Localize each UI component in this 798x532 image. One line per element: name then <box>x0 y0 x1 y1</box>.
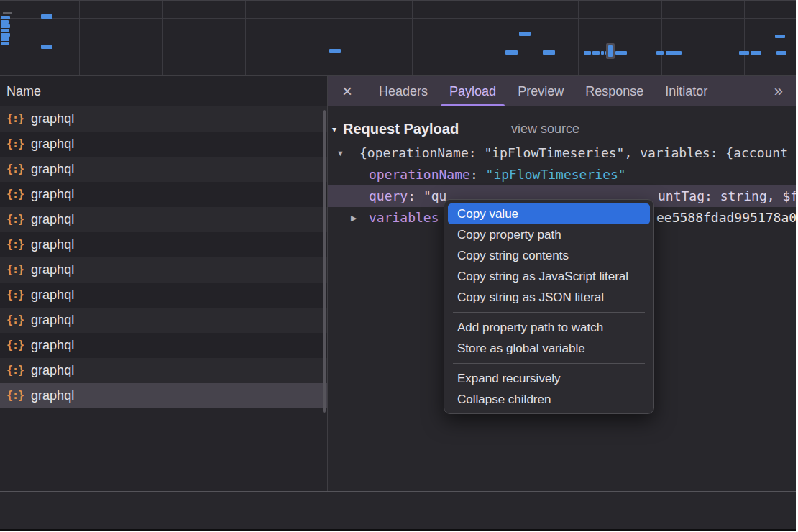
property-key: query <box>369 188 408 203</box>
waterfall-bar <box>41 45 52 49</box>
json-file-icon: {:} <box>6 283 24 308</box>
request-name: graphql <box>31 157 74 182</box>
query-entry: query: "qu <box>369 185 446 207</box>
active-tab-underline <box>441 104 505 106</box>
waterfall-bar <box>1 42 9 45</box>
request-name: graphql <box>31 232 74 257</box>
menu-item-copy-string-as-json-literal[interactable]: Copy string as JSON literal <box>448 287 650 308</box>
tree-row-root[interactable]: ▼ {operationName: "ipFlowTimeseries", va… <box>328 142 796 164</box>
waterfall-bar <box>1 33 10 37</box>
request-row[interactable]: {:}graphql <box>0 308 327 333</box>
waterfall-bar <box>329 49 341 53</box>
key-value-separator: : <box>470 167 486 182</box>
menu-item-add-property-path-to-watch[interactable]: Add property path to watch <box>448 317 650 338</box>
network-overview-waterfall[interactable] <box>0 1 796 76</box>
tab-preview[interactable]: Preview <box>507 76 574 106</box>
request-row[interactable]: {:}graphql <box>0 182 327 207</box>
tab-headers[interactable]: Headers <box>368 76 439 106</box>
scrollbar-thumb[interactable] <box>323 110 326 413</box>
name-column-header[interactable]: Name <box>0 76 327 106</box>
waterfall-bar <box>584 51 591 55</box>
expander-icon[interactable]: ▼ <box>336 142 344 164</box>
waterfall-bar <box>1 29 9 32</box>
close-icon[interactable]: × <box>342 76 352 106</box>
tab-response[interactable]: Response <box>574 76 654 106</box>
request-row[interactable]: {:}graphql <box>0 257 327 283</box>
request-name: graphql <box>31 283 74 308</box>
request-row[interactable]: {:}graphql <box>0 358 327 383</box>
json-file-icon: {:} <box>6 106 24 132</box>
request-row[interactable]: {:}graphql <box>0 106 327 132</box>
menu-separator <box>453 312 645 313</box>
menu-item-expand-recursively[interactable]: Expand recursively <box>448 368 650 389</box>
request-name: graphql <box>31 132 74 157</box>
menu-item-copy-string-contents[interactable]: Copy string contents <box>448 245 650 266</box>
overview-divider-line <box>0 18 796 19</box>
details-tabbar: × HeadersPayloadPreviewResponseInitiator… <box>328 76 796 106</box>
overview-gridline <box>412 1 413 75</box>
waterfall-bar <box>1 20 9 24</box>
request-row[interactable]: {:}graphql <box>0 207 327 232</box>
request-row[interactable]: {:}graphql <box>0 157 327 182</box>
waterfall-bar <box>1 16 10 19</box>
json-file-icon: {:} <box>6 383 24 408</box>
request-row[interactable]: {:}graphql <box>0 232 327 257</box>
property-key: variables <box>369 207 439 229</box>
tab-initiator[interactable]: Initiator <box>654 76 718 106</box>
waterfall-bar <box>666 51 682 55</box>
waterfall-bar <box>751 51 761 55</box>
waterfall-bar <box>615 51 627 55</box>
request-payload-section: ▾ Request Payload view source <box>328 115 796 142</box>
request-name: graphql <box>31 207 74 232</box>
request-name: graphql <box>31 383 74 408</box>
json-file-icon: {:} <box>6 358 24 383</box>
overview-gridline <box>79 1 80 75</box>
json-file-icon: {:} <box>6 232 24 257</box>
waterfall-bar <box>1 24 10 28</box>
waterfall-bar <box>519 32 531 36</box>
expander-icon[interactable]: ▶ <box>351 207 357 229</box>
waterfall-bar <box>543 50 555 55</box>
property-value-left: "qu <box>423 188 447 203</box>
requests-panel: Name {:}graphql{:}graphql{:}graphql{:}gr… <box>0 76 327 491</box>
selected-request-marker-bar <box>608 45 613 57</box>
view-source-link[interactable]: view source <box>511 115 579 142</box>
section-title: Request Payload <box>343 115 459 142</box>
menu-item-copy-value[interactable]: Copy value <box>448 203 650 224</box>
menu-item-copy-string-as-javascript-literal[interactable]: Copy string as JavaScript literal <box>448 266 650 287</box>
variables-preview-fragment: ee5588fdad995178a0 <box>656 207 796 229</box>
waterfall-bar <box>656 51 664 55</box>
menu-separator <box>453 363 645 364</box>
overview-gridline <box>744 1 745 75</box>
json-file-icon: {:} <box>6 207 24 232</box>
more-tabs-icon[interactable]: » <box>774 82 783 101</box>
json-file-icon: {:} <box>6 308 24 333</box>
request-row[interactable]: {:}graphql <box>0 383 327 408</box>
menu-item-copy-property-path[interactable]: Copy property path <box>448 224 650 245</box>
request-name: graphql <box>31 106 74 132</box>
menu-item-collapse-children[interactable]: Collapse children <box>448 389 650 410</box>
tree-row-operation-name[interactable]: operationName: "ipFlowTimeseries" <box>328 164 796 185</box>
waterfall-bar <box>505 50 518 55</box>
operation-name-entry: operationName: "ipFlowTimeseries" <box>369 164 626 185</box>
request-row[interactable]: {:}graphql <box>0 132 327 157</box>
overview-gridline <box>495 1 495 75</box>
window-bottom-edge <box>0 529 796 531</box>
request-row[interactable]: {:}graphql <box>0 283 327 308</box>
overview-gridline <box>329 1 329 75</box>
section-collapse-icon[interactable]: ▾ <box>332 116 336 143</box>
request-list: {:}graphql{:}graphql{:}graphql{:}graphql… <box>0 106 327 408</box>
request-row[interactable]: {:}graphql <box>0 333 327 358</box>
request-name: graphql <box>31 333 74 358</box>
json-file-icon: {:} <box>6 132 24 157</box>
overview-gridline <box>661 1 662 75</box>
waterfall-bar <box>1 37 9 41</box>
request-name: graphql <box>31 257 74 283</box>
tab-payload[interactable]: Payload <box>439 76 507 106</box>
menu-item-store-as-global-variable[interactable]: Store as global variable <box>448 338 650 359</box>
waterfall-bar <box>41 14 52 19</box>
property-value-right-fragment: untTag: string, $f <box>658 185 796 207</box>
waterfall-bar <box>3 12 12 14</box>
name-column-label: Name <box>6 84 41 98</box>
waterfall-bar <box>601 51 604 55</box>
